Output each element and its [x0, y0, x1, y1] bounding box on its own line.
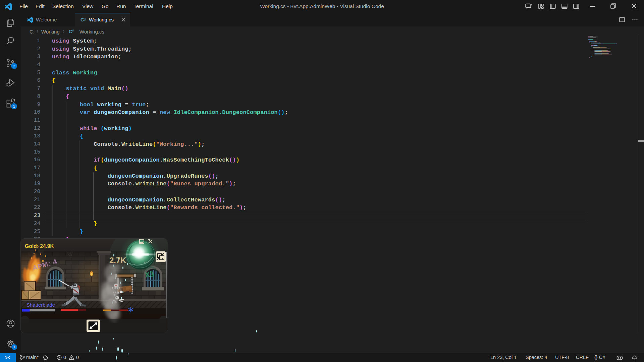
svg-text:2.7K: 2.7K — [109, 256, 126, 265]
svg-text:Gold: 24.9K: Gold: 24.9K — [25, 243, 54, 249]
svg-text:Shatterblade: Shatterblade — [26, 302, 55, 308]
